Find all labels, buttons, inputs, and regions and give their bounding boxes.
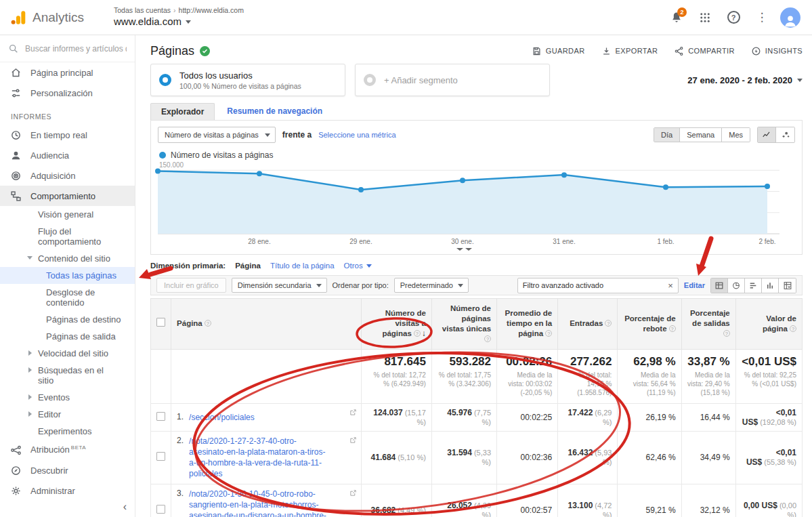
percent-view-button[interactable] [728,278,745,293]
dimension-page[interactable]: Página [235,262,261,270]
column-header-page[interactable]: Página? [171,299,362,350]
close-icon[interactable]: × [668,281,673,291]
sidebar-item-experiments[interactable]: Experimentos [0,423,135,440]
line-chart-toggle-button[interactable] [758,127,776,142]
pivot-view-icon [783,281,792,290]
line-chart-icon [761,130,772,140]
filter-text: Filtro avanzado activado [523,281,603,289]
column-header-unique-pageviews[interactable]: Número de páginas vistas únicas? [431,299,496,350]
segment-all-users[interactable]: Todos los usuarios 100,00 % Número de vi… [150,64,345,96]
property-selector[interactable]: www.eldia.com [114,16,244,28]
sidebar-search[interactable] [0,35,135,62]
data-view-button[interactable] [711,278,728,293]
sidebar-item-site-content[interactable]: Contenido del sitio [0,250,135,267]
more-vertical-icon: ⋮ [756,10,768,24]
row-checkbox[interactable] [156,505,165,514]
plot-rows-button[interactable]: Incluir en gráfico [156,278,226,293]
advanced-filter-box[interactable]: Filtro avanzado activado × [517,278,679,293]
sidebar-item-content-drilldown[interactable]: Desglose de contenido [0,284,135,311]
traffic-chart: 50.000100.000150.00028 ene.29 ene.30 ene… [158,162,795,253]
sidebar-search-input[interactable] [25,44,127,54]
tab-navigation-summary[interactable]: Resumen de navegación [227,106,322,120]
granularity-month-button[interactable]: Mes [722,128,750,142]
page-link[interactable]: /seccion/policiales [189,412,255,423]
pivot-view-button[interactable] [779,278,796,293]
column-header-entrances[interactable]: Entradas? [558,299,618,350]
versus-label: frente a [282,130,312,140]
breadcrumb-property[interactable]: http://www.eldia.com [179,6,244,14]
performance-view-button[interactable] [745,278,762,293]
account-avatar[interactable] [778,5,803,30]
sort-type-dropdown[interactable]: Predeterminado [394,278,469,293]
sidebar-item-all-pages[interactable]: Todas las páginas [0,267,135,284]
comparison-view-icon [765,281,775,290]
sidebar-item-realtime[interactable]: En tiempo real [0,125,135,145]
column-header-page-value[interactable]: Valor de página? [735,299,802,350]
secondary-dimension-dropdown[interactable]: Dimensión secundaria [232,278,327,293]
sidebar-item-site-search[interactable]: Búsquedas en el sitio [0,362,135,389]
sidebar-item-admin[interactable]: Administrar [0,480,135,501]
sidebar-item-events[interactable]: Eventos [0,389,135,406]
row-checkbox[interactable] [156,452,165,461]
external-link-icon[interactable] [349,489,357,499]
row-checkbox[interactable] [156,412,165,421]
column-header-pageviews[interactable]: Número de visitas a páginas?↓ [361,299,431,350]
svg-text:31 ene.: 31 ene. [553,238,575,245]
select-all-checkbox[interactable] [156,318,165,327]
export-button[interactable]: EXPORTAR [601,46,658,56]
scatter-chart-icon [780,130,791,140]
column-header-exit-rate[interactable]: Porcentaje de salidas? [681,299,735,350]
metric-dropdown[interactable]: Número de visitas a páginas [158,127,276,143]
more-options-button[interactable]: ⋮ [750,5,774,30]
share-button[interactable]: COMPARTIR [674,46,735,56]
cell-avg-time: 00:02:57 [497,484,558,517]
page-link[interactable]: /nota/2020-1-27-2-37-40-otro-asesinato-e… [189,436,328,480]
external-link-icon[interactable] [349,409,357,418]
sidebar-item-publisher[interactable]: Editor [0,406,135,423]
save-button[interactable]: GUARDAR [532,46,585,56]
dimension-other[interactable]: Otros [344,262,372,270]
edit-filter-link[interactable]: Editar [684,281,705,289]
sidebar-reports-heading: INFORMES [0,103,135,125]
cell-page-value: <0,01 US$(192,08 %) [735,403,802,431]
sidebar-item-site-speed[interactable]: Velocidad del sitio [0,345,135,362]
dimension-page-title[interactable]: Título de la página [270,262,335,270]
person-icon [10,150,22,161]
notifications-button[interactable]: 2 [664,5,689,30]
granularity-week-button[interactable]: Semana [680,128,722,142]
date-range-selector[interactable]: 27 ene. 2020 - 2 feb. 2020 [687,75,803,85]
help-icon: ? [723,330,730,337]
motion-chart-toggle-button[interactable] [776,127,794,142]
notification-count-badge: 2 [677,7,687,17]
sidebar-item-home[interactable]: Página principal [0,62,135,83]
insights-button[interactable]: INSIGHTS [751,46,803,56]
sidebar-item-behavior-flow[interactable]: Flujo del comportamiento [0,223,135,250]
sidebar-item-discover[interactable]: Descubrir [0,460,135,480]
select-metric-link[interactable]: Seleccione una métrica [318,131,396,139]
comparison-view-button[interactable] [762,278,779,293]
row-index: 2. [177,436,189,445]
column-header-bounce-rate[interactable]: Porcentaje de rebote? [618,299,681,350]
sidebar-item-acquisition[interactable]: Adquisición [0,165,135,186]
sidebar-item-behavior-overview[interactable]: Visión general [0,206,135,223]
export-label: EXPORTAR [616,47,658,55]
sidebar-collapse-button[interactable]: ‹ [123,501,127,513]
analytics-logo[interactable]: Analytics [0,9,91,26]
help-button[interactable]: ? [721,5,746,30]
sidebar-item-behavior[interactable]: Comportamiento [0,186,135,206]
external-link-icon[interactable] [349,436,357,446]
sidebar-item-attribution[interactable]: AtribuciónBETA [0,440,135,460]
page-link[interactable]: /nota/2020-1-30-10-45-0-otro-robo-sangri… [189,489,328,517]
granularity-day-button[interactable]: Día [654,128,680,142]
column-header-avg-time[interactable]: Promedio de tiempo en la página? [497,299,558,350]
add-segment-button[interactable]: + Añadir segmento [355,64,550,96]
sidebar-item-exit-pages[interactable]: Páginas de salida [0,328,135,345]
sidebar-item-landing-pages[interactable]: Páginas de destino [0,311,135,328]
sidebar-item-label: Todas las páginas [46,270,116,281]
breadcrumb-accounts[interactable]: Todas las cuentas [114,6,171,14]
apps-grid-button[interactable] [693,5,717,30]
sidebar-item-audience[interactable]: Audiencia [0,145,135,165]
breadcrumb[interactable]: Todas las cuentas›http://www.eldia.com [114,6,244,15]
sidebar-item-customization[interactable]: Personalización [0,83,135,103]
tab-explorer[interactable]: Explorador [150,103,215,120]
